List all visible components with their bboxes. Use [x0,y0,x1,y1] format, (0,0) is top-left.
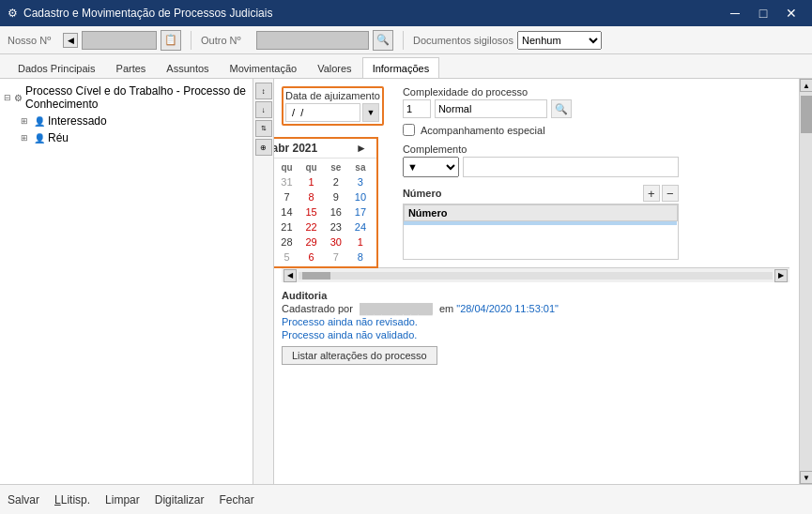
complexity-group: Complexidade do processo 🔍 Acompanhament… [403,86,679,260]
audit-list-changes-button[interactable]: Listar alterações do processo [282,346,437,365]
cal-cell[interactable]: 1 [299,174,324,189]
complexity-label: Complexidade do processo [403,86,679,98]
maximize-button[interactable]: □ [750,0,776,26]
audit-section: Auditoria Cadastrado por ██████████ em "… [282,290,789,365]
tab-movimentacao[interactable]: Movimentação [220,57,308,78]
tab-valores[interactable]: Valores [307,57,361,78]
cal-cell[interactable]: 31 [274,174,299,189]
cal-cell[interactable]: 7 [274,189,299,204]
tree-root[interactable]: ⊟ ⚙ Processo Cível e do Trabalho - Proce… [4,83,249,113]
tool-btn-4[interactable]: ⊕ [255,139,272,156]
cal-cell[interactable]: 23 [324,219,348,234]
h-scroll-area: ◀ ▶ [282,267,789,282]
app-icon: ⚙ [8,7,18,20]
add-number-button[interactable]: + [643,185,660,202]
cal-cell[interactable]: 30 [324,234,348,249]
complexity-search-button[interactable]: 🔍 [551,99,572,118]
audit-revisado-line: Processo ainda não revisado. [282,316,789,327]
acompanhamento-label: Acompanhamento especial [421,125,545,136]
salvar-button[interactable]: Salvar [8,491,39,508]
number-table-section: Número + − Número [403,185,679,260]
close-button[interactable]: ✕ [778,0,804,26]
cal-week-1: 4 5 6 7 8 9 10 [274,189,373,204]
v-scroll-down-button[interactable]: ▼ [800,471,812,484]
tree-expand-root: ⊟ [4,93,12,102]
cal-cell[interactable]: 7 [324,249,348,265]
cal-cell[interactable]: 8 [299,189,324,204]
process-icon: ⚙ [14,93,23,103]
cal-cell[interactable]: 1 [348,234,373,249]
cal-cell[interactable]: 14 [274,204,299,219]
tab-dados[interactable]: Dados Principais [8,57,106,78]
audit-date: "28/04/2020 11:53:01" [456,303,559,314]
digitalizar-button[interactable]: Digitalizar [155,491,205,508]
cal-cell[interactable]: 21 [274,219,299,234]
v-scroll-up-button[interactable]: ▲ [800,79,812,92]
cal-cell[interactable]: 22 [299,219,324,234]
nosso-num-input[interactable] [82,31,157,50]
cal-cell[interactable]: 5 [274,249,299,265]
complement-dropdown[interactable]: ▼ [403,157,459,177]
complexity-text-input[interactable] [435,99,547,118]
cal-cell[interactable]: 6 [299,249,324,265]
limpar-button[interactable]: Limpar [105,491,140,508]
table-row[interactable] [404,221,677,226]
nosso-prev-button[interactable]: ◀ [63,33,78,48]
outro-search-button[interactable]: 🔍 [373,30,393,51]
dow-4: qu [299,160,324,174]
cal-cell[interactable]: 24 [348,219,373,234]
dow-5: se [324,160,348,174]
tabs-bar: Dados Principais Partes Assuntos Movimen… [0,54,812,79]
cal-cell[interactable]: 10 [348,189,373,204]
calendar-popup: ◄ 20 abr 2021 ► do se te qu qu se [274,137,378,268]
h-scroll-right-button[interactable]: ▶ [774,269,788,282]
cal-week-5: 2 3 4 5 6 7 8 [274,249,373,265]
complement-input[interactable] [463,157,679,177]
tree-interessado[interactable]: ⊞ 👤 Interessado [4,113,249,129]
cal-cell[interactable]: 15 [299,204,324,219]
tool-btn-2[interactable]: ↓ [255,101,272,118]
complement-section: Complemento ▼ [403,144,679,177]
tool-btn-1[interactable]: ↕ [255,83,272,99]
left-panel: ⊟ ⚙ Processo Cível e do Trabalho - Proce… [0,79,253,484]
nosso-doc-button[interactable]: 📋 [161,30,181,51]
cal-cell[interactable]: 2 [324,174,348,189]
calendar-next-button[interactable]: ► [352,142,371,155]
main-content: ⊟ ⚙ Processo Cível e do Trabalho - Proce… [0,79,812,484]
tool-btn-3[interactable]: ⇅ [255,120,272,137]
acompanhamento-checkbox[interactable] [403,124,415,136]
date-dropdown-button[interactable]: ▼ [362,103,379,122]
h-scroll-left-button[interactable]: ◀ [283,269,297,282]
minimize-button[interactable]: ─ [722,0,748,26]
cal-cell[interactable]: 29 [299,234,324,249]
cal-cell[interactable]: 8 [348,249,373,265]
cal-cell[interactable]: 3 [348,174,373,189]
acompanhamento-row: Acompanhamento especial [403,124,679,136]
fechar-button[interactable]: Fechar [219,491,253,508]
remove-number-button[interactable]: − [662,185,679,202]
outro-num-group: Outro Nº 🔍 [201,30,393,51]
v-scroll-thumb[interactable] [801,96,812,133]
cal-cell[interactable]: 16 [324,204,348,219]
h-scroll-track [299,272,773,280]
complexity-number-input[interactable] [403,99,431,118]
outro-num-input[interactable] [256,31,369,50]
audit-validado-line: Processo ainda não validado. [282,329,789,340]
tab-partes[interactable]: Partes [106,57,157,78]
nosso-num-group: Nosso Nº ◀ 📋 [8,30,181,51]
date-label: Data de ajuizamento [285,90,380,101]
audit-em-label: em [439,303,453,314]
tree-reu[interactable]: ⊞ 👤 Réu [4,129,249,146]
date-input[interactable] [285,103,360,122]
cal-cell[interactable]: 9 [324,189,348,204]
tools-panel: ↕ ↓ ⇅ ⊕ [253,79,274,484]
litisp-button[interactable]: LLitisp. [54,491,90,508]
tab-assuntos[interactable]: Assuntos [156,57,219,78]
calendar-grid: do se te qu qu se sa 28 29 [274,159,376,266]
documentos-select[interactable]: Nenhum [517,31,602,50]
h-scroll-thumb[interactable] [302,272,330,280]
tab-informacoes[interactable]: Informações [362,57,440,78]
cal-cell[interactable]: 17 [348,204,373,219]
right-content: Data de ajuizamento ▼ ◄ 20 abr 2021 ► [274,79,797,372]
cal-cell[interactable]: 28 [274,234,299,249]
